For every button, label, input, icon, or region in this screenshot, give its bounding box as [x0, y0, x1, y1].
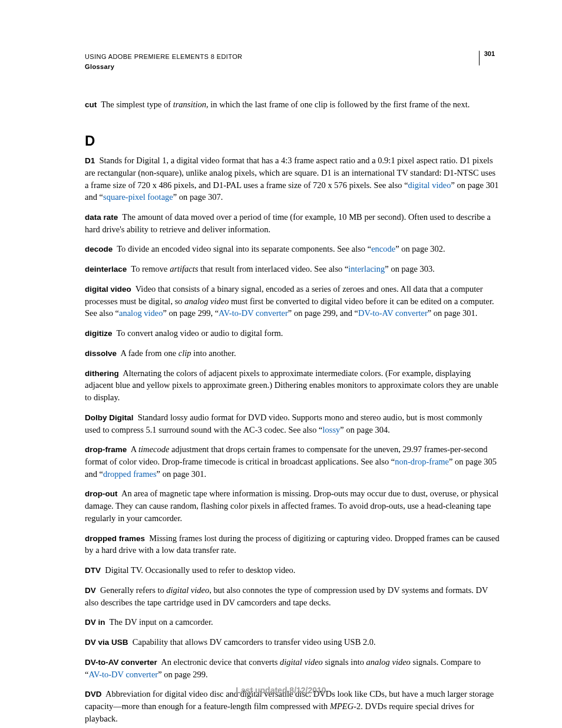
entry-dissolve: dissolve A fade from one clip into anoth…	[85, 347, 500, 360]
content: cut The simplest type of transition, in …	[85, 98, 500, 724]
link-dropped-frames[interactable]: dropped frames	[103, 469, 157, 479]
term-dolby-digital: Dolby Digital	[85, 413, 134, 422]
entry-drop-out: drop-out An area of magnetic tape where …	[85, 487, 500, 524]
def-ital: transition,	[173, 100, 209, 109]
entry-digital-video: digital video Video that consists of a b…	[85, 283, 500, 319]
term-dissolve: dissolve	[85, 349, 117, 358]
entry-d1: D1 Stands for Digital 1, a digital video…	[85, 154, 500, 203]
def-text: The DV input on a camcorder.	[110, 617, 213, 627]
entry-deinterlace: deinterlace To remove artifacts that res…	[85, 263, 500, 275]
term-digital-video: digital video	[85, 285, 131, 294]
def-text: Capability that allows DV camcorders to …	[133, 637, 376, 647]
doc-section: Glossary	[85, 62, 242, 72]
entry-dv-to-av-converter: DV-to-AV converter An electronic device …	[85, 656, 500, 680]
entry-dv-via-usb: DV via USB Capability that allows DV cam…	[85, 636, 500, 648]
def-ital: artifacts	[170, 264, 198, 274]
def-text: Generally refers to	[100, 585, 166, 595]
def-text: Standard lossy audio format for DVD vide…	[85, 413, 482, 434]
def-text: Alternating the colors of adjacent pixel…	[85, 368, 498, 402]
def-text: ” on page 299, “	[163, 308, 219, 318]
term-deinterlace: deinterlace	[85, 265, 127, 274]
def-text: ” on page 303.	[385, 264, 435, 274]
term-dv-to-av-converter: DV-to-AV converter	[85, 658, 157, 667]
def-text: The simplest type of	[101, 100, 173, 109]
entry-digitize: digitize To convert analog video or audi…	[85, 327, 500, 340]
def-text: signals into	[323, 657, 366, 667]
def-ital: timecode	[138, 444, 169, 454]
def-text: The amount of data moved over a period o…	[85, 212, 491, 234]
def-text: into another.	[191, 348, 236, 358]
link-analog-video[interactable]: analog video	[119, 308, 163, 318]
def-text: To remove	[131, 264, 170, 274]
entry-dtv: DTV Digital TV. Occasionally used to ref…	[85, 564, 500, 577]
footer-last-updated: Last updated 8/12/2010	[0, 686, 562, 695]
def-text: To divide an encoded video signal into i…	[117, 244, 371, 253]
doc-title: USING ADOBE PREMIERE ELEMENTS 8 EDITOR	[85, 52, 242, 62]
def-text: To convert analog video or audio to digi…	[117, 328, 283, 338]
def-text: ” on page 301.	[157, 469, 207, 479]
def-text: ” on page 301.	[428, 308, 478, 318]
entry-drop-frame: drop-frame A timecode adjustment that dr…	[85, 443, 500, 480]
def-ital: analog video	[184, 297, 229, 306]
def-text: in which the last frame of one clip is f…	[209, 100, 470, 109]
term-dv-via-usb: DV via USB	[85, 638, 128, 647]
def-text: ” on page 299, and “	[288, 308, 358, 318]
link-av-to-dv-converter[interactable]: AV-to-DV converter	[219, 308, 288, 318]
entry-cut: cut The simplest type of transition, in …	[85, 98, 500, 111]
term-dv: DV	[85, 586, 96, 595]
entry-decode: decode To divide an encoded video signal…	[85, 243, 500, 255]
term-dropped-frames: dropped frames	[85, 534, 145, 543]
def-ital: clip	[178, 348, 191, 358]
link-digital-video[interactable]: digital video	[408, 180, 451, 190]
link-lossy[interactable]: lossy	[323, 425, 340, 434]
term-dtv: DTV	[85, 566, 101, 575]
def-text: A fade from one	[120, 348, 178, 358]
def-text: that result from interlaced video. See a…	[198, 264, 348, 274]
entry-dropped-frames: dropped frames Missing frames lost durin…	[85, 532, 500, 556]
term-dv-in: DV in	[85, 618, 105, 627]
entry-dv: DV Generally refers to digital video, bu…	[85, 584, 500, 608]
def-text: An area of magnetic tape where informati…	[85, 489, 498, 522]
entry-dolby-digital: Dolby Digital Standard lossy audio forma…	[85, 411, 500, 436]
term-data-rate: data rate	[85, 213, 118, 222]
page: USING ADOBE PREMIERE ELEMENTS 8 EDITOR G…	[0, 0, 562, 728]
def-text: A	[131, 444, 138, 454]
entry-dv-in: DV in The DV input on a camcorder.	[85, 616, 500, 628]
def-ital: analog video	[366, 657, 411, 667]
link-square-pixel-footage[interactable]: square-pixel footage	[103, 192, 173, 202]
page-header: USING ADOBE PREMIERE ELEMENTS 8 EDITOR G…	[85, 52, 500, 71]
def-text: ” on page 302.	[395, 244, 445, 253]
def-text: ” on page 307.	[173, 192, 223, 202]
page-number: 301	[479, 51, 500, 65]
header-left: USING ADOBE PREMIERE ELEMENTS 8 EDITOR G…	[85, 52, 242, 71]
term-dithering: dithering	[85, 369, 119, 378]
link-av-to-dv-converter[interactable]: AV-to-DV converter	[88, 670, 158, 679]
section-letter-d: D	[85, 131, 500, 151]
term-cut: cut	[85, 100, 97, 109]
entry-dithering: dithering Alternating the colors of adja…	[85, 367, 500, 404]
def-text: ” on page 299.	[158, 670, 208, 679]
link-non-drop-frame[interactable]: non-drop-frame	[395, 457, 449, 466]
entry-data-rate: data rate The amount of data moved over …	[85, 211, 500, 235]
def-text: Digital TV. Occasionally used to refer t…	[105, 565, 295, 575]
def-text: Missing frames lost during the process o…	[85, 533, 500, 555]
link-encode[interactable]: encode	[371, 244, 395, 253]
term-d1: D1	[85, 156, 95, 165]
def-ital: digital video	[280, 657, 323, 667]
def-ital: MPEG	[330, 701, 353, 711]
term-drop-out: drop-out	[85, 489, 117, 498]
link-dv-to-av-converter[interactable]: DV-to-AV converter	[358, 308, 428, 318]
term-drop-frame: drop-frame	[85, 445, 127, 454]
def-ital: digital video	[166, 585, 209, 595]
link-interlacing[interactable]: interlacing	[348, 264, 385, 274]
term-decode: decode	[85, 245, 113, 253]
def-text: An electronic device that converts	[161, 657, 280, 667]
def-text: ” on page 304.	[340, 425, 390, 434]
term-digitize: digitize	[85, 329, 113, 338]
